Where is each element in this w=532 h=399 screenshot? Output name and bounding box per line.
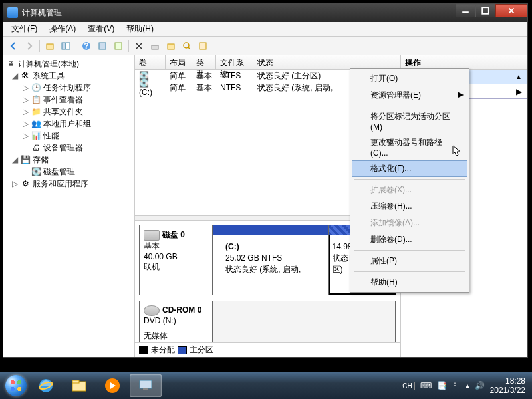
keyboard-icon[interactable]: ⌨: [420, 381, 432, 390]
svg-rect-0: [482, 7, 489, 14]
tool-icon-2[interactable]: [111, 39, 126, 53]
svg-text:?: ?: [84, 41, 88, 51]
menu-help[interactable]: 帮助(H): [121, 22, 159, 36]
ctx-delete[interactable]: 删除卷(D)...: [352, 231, 467, 248]
col-type[interactable]: 类型: [192, 55, 216, 69]
menu-file[interactable]: 文件(F): [6, 22, 43, 36]
taskbar-computer-management[interactable]: [130, 374, 162, 397]
taskbar[interactable]: CH ⌨ 📑 🏳 ▴ 🔊 18:28 2021/3/22: [0, 372, 532, 399]
ctx-format[interactable]: 格式化(F)...: [352, 160, 467, 177]
tool-icon-3[interactable]: [148, 39, 162, 53]
disk-icon: [144, 230, 160, 241]
svg-rect-15: [72, 380, 79, 383]
col-volume[interactable]: 卷: [135, 55, 166, 69]
flag-icon[interactable]: 🏳: [452, 381, 460, 390]
close-button[interactable]: [495, 4, 527, 17]
device-icon: 🖨: [31, 143, 41, 152]
tree-storage[interactable]: ◢💾存储: [5, 154, 133, 166]
tree-performance[interactable]: ▷📊性能: [5, 130, 133, 142]
tool-icon-6[interactable]: [196, 39, 210, 53]
cdrom-info[interactable]: CD-ROM 0 DVD (N:) 无媒体: [140, 301, 213, 342]
refresh-button[interactable]: [132, 39, 146, 53]
windows-orb-icon: [5, 375, 27, 396]
cdrom-row: CD-ROM 0 DVD (N:) 无媒体: [139, 301, 396, 342]
col-filesystem[interactable]: 文件系统: [216, 55, 253, 69]
disk-icon: 💽: [31, 167, 41, 176]
ctx-properties[interactable]: 属性(P): [352, 253, 467, 269]
ime-indicator[interactable]: CH: [400, 382, 414, 390]
tool-icon-5[interactable]: [180, 39, 194, 53]
tool-icon[interactable]: [95, 39, 110, 53]
ctx-change-letter[interactable]: 更改驱动器号和路径(C)...: [352, 134, 467, 160]
volume-list-header: 卷 布局 类型 文件系统 状态: [135, 55, 400, 70]
help-button[interactable]: ?: [79, 39, 94, 53]
volume-icon: 💽: [139, 78, 149, 88]
clock[interactable]: 18:28 2021/3/22: [490, 376, 525, 396]
menubar: 文件(F) 操作(A) 查看(V) 帮助(H): [3, 22, 527, 37]
svg-rect-1: [47, 44, 53, 49]
tools-icon: 🛠: [21, 71, 30, 80]
nav-tree[interactable]: 🖥计算机管理(本地) ◢🛠系统工具 ▷🕒任务计划程序 ▷📋事件查看器 ▷📁共享文…: [3, 55, 135, 357]
ctx-explorer[interactable]: 资源管理器(E)▶: [352, 87, 467, 104]
storage-icon: 💾: [21, 155, 30, 164]
show-hide-tree-button[interactable]: [59, 39, 73, 53]
svg-rect-11: [200, 43, 206, 49]
svg-rect-7: [115, 43, 122, 49]
tray-icon[interactable]: 📑: [437, 381, 447, 390]
tree-root[interactable]: 🖥计算机管理(本地): [5, 58, 133, 70]
maximize-button[interactable]: [475, 4, 495, 17]
ctx-help[interactable]: 帮助(H): [352, 274, 467, 291]
svg-rect-2: [62, 43, 65, 49]
taskbar-explorer[interactable]: [63, 374, 95, 397]
up-button[interactable]: [43, 39, 57, 53]
services-icon: ⚙: [21, 179, 30, 188]
menu-action[interactable]: 操作(A): [44, 22, 81, 36]
event-icon: 📋: [31, 95, 41, 104]
ctx-mark-active[interactable]: 将分区标记为活动分区(M): [352, 108, 467, 134]
chevron-right-icon: ▶: [458, 90, 464, 99]
ctx-mirror: 添加镜像(A)...: [352, 215, 467, 231]
titlebar[interactable]: 计算机管理: [3, 3, 527, 22]
start-button[interactable]: [3, 374, 29, 398]
back-button[interactable]: [6, 39, 21, 53]
tool-icon-4[interactable]: [164, 39, 178, 53]
svg-rect-8: [152, 45, 158, 49]
taskbar-media-player[interactable]: [96, 374, 128, 397]
col-status[interactable]: 状态: [253, 55, 400, 69]
tree-shared-folders[interactable]: ▷📁共享文件夹: [5, 106, 133, 118]
swatch-primary: [178, 346, 187, 354]
tree-disk-management[interactable]: 💽磁盘管理: [5, 166, 133, 178]
legend: 未分配 主分区: [135, 342, 400, 357]
forward-button[interactable]: [22, 39, 37, 53]
actions-header: 操作: [401, 55, 527, 70]
tree-system-tools[interactable]: ◢🛠系统工具: [5, 70, 133, 82]
tree-services[interactable]: ▷⚙服务和应用程序: [5, 178, 133, 190]
menu-view[interactable]: 查看(V): [82, 22, 120, 36]
taskbar-ie[interactable]: [30, 374, 62, 397]
tree-device-manager[interactable]: 🖨设备管理器: [5, 142, 133, 154]
svg-rect-9: [168, 44, 174, 49]
tray-up-icon[interactable]: ▴: [466, 381, 469, 390]
col-layout[interactable]: 布局: [166, 55, 192, 69]
swatch-unallocated: [139, 346, 148, 354]
clock-icon: 🕒: [31, 83, 41, 92]
tree-local-users[interactable]: ▷👥本地用户和组: [5, 118, 133, 130]
chevron-right-icon: ▶: [516, 87, 522, 96]
svg-rect-17: [140, 380, 152, 388]
minimize-button[interactable]: [456, 4, 475, 17]
tree-task-scheduler[interactable]: ▷🕒任务计划程序: [5, 82, 133, 94]
partition-system-reserved[interactable]: [213, 225, 221, 295]
volume-icon[interactable]: 🔊: [475, 381, 485, 390]
svg-rect-18: [143, 388, 148, 390]
context-menu: 打开(O) 资源管理器(E)▶ 将分区标记为活动分区(M) 更改驱动器号和路径(…: [350, 68, 469, 293]
disk-info[interactable]: 磁盘 0 基本 40.00 GB 联机: [140, 225, 213, 295]
partition-c[interactable]: (C:) 25.02 GB NTFS 状态良好 (系统, 启动,: [221, 225, 329, 295]
system-tray[interactable]: CH ⌨ 📑 🏳 ▴ 🔊 18:28 2021/3/22: [400, 376, 529, 396]
app-icon: [7, 7, 18, 18]
toolbar: ?: [3, 37, 527, 55]
ctx-shrink[interactable]: 压缩卷(H)...: [352, 198, 467, 215]
ctx-open[interactable]: 打开(O): [352, 70, 467, 87]
svg-point-10: [184, 43, 189, 48]
svg-rect-3: [66, 43, 70, 49]
tree-event-viewer[interactable]: ▷📋事件查看器: [5, 94, 133, 106]
